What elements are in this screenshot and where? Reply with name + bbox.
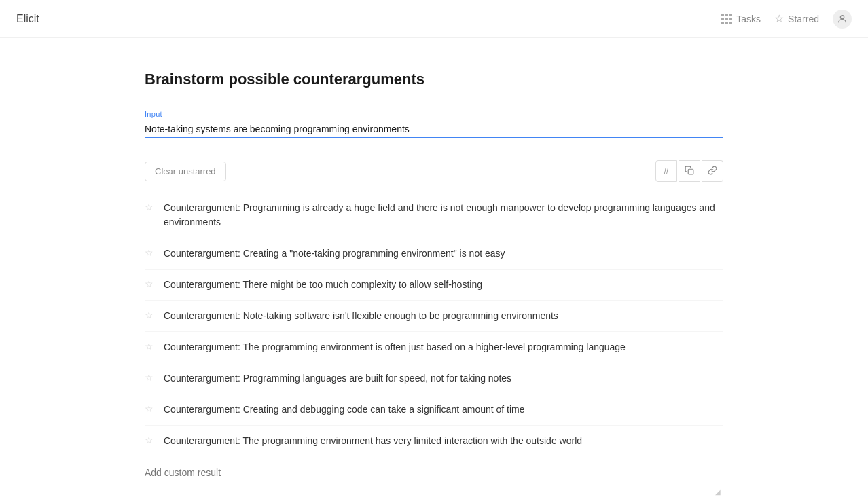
- link-icon: [708, 166, 717, 177]
- custom-result-section: ◢: [145, 462, 723, 499]
- main-content: Brainstorm possible counterarguments Inp…: [128, 38, 740, 499]
- copy-icon: [685, 166, 694, 177]
- page-title: Brainstorm possible counterarguments: [145, 71, 723, 88]
- list-item: ☆ Counterargument: Programming is alread…: [145, 193, 723, 238]
- tasks-label: Tasks: [736, 14, 761, 24]
- star-toggle-icon[interactable]: ☆: [145, 278, 157, 291]
- header-left: Elicit: [16, 13, 39, 25]
- list-item: ☆ Counterargument: The programming envir…: [145, 332, 723, 363]
- star-toggle-icon[interactable]: ☆: [145, 341, 157, 353]
- tasks-grid-icon: [721, 14, 732, 24]
- result-text: Counterargument: Programming languages a…: [164, 371, 511, 386]
- list-item: ☆ Counterargument: The programming envir…: [145, 426, 723, 456]
- svg-point-0: [840, 15, 844, 18]
- star-toggle-icon[interactable]: ☆: [145, 310, 157, 322]
- input-label: Input: [145, 110, 723, 118]
- svg-rect-1: [688, 169, 693, 174]
- result-text: Counterargument: The programming environ…: [164, 340, 626, 354]
- result-text: Counterargument: Note-taking software is…: [164, 309, 558, 323]
- list-item: ☆ Counterargument: Programming languages…: [145, 363, 723, 394]
- custom-result-wrapper: ◢: [145, 467, 723, 496]
- header: Elicit Tasks ☆ Starred: [0, 0, 868, 38]
- star-icon: ☆: [774, 12, 784, 25]
- tasks-nav-item[interactable]: Tasks: [721, 14, 761, 24]
- starred-nav-item[interactable]: ☆ Starred: [774, 12, 819, 25]
- star-toggle-icon[interactable]: ☆: [145, 247, 157, 259]
- resize-handle: ◢: [715, 488, 723, 496]
- results-list: ☆ Counterargument: Programming is alread…: [145, 193, 723, 456]
- link-icon-button[interactable]: [702, 160, 723, 182]
- header-right: Tasks ☆ Starred: [721, 10, 852, 29]
- list-item: ☆ Counterargument: There might be too mu…: [145, 270, 723, 301]
- toolbar-icons: #: [655, 160, 723, 182]
- list-item: ☆ Counterargument: Creating and debuggin…: [145, 394, 723, 426]
- hash-icon: #: [664, 166, 669, 177]
- result-text: Counterargument: The programming environ…: [164, 434, 582, 448]
- input-field[interactable]: [145, 121, 723, 138]
- copy-icon-button[interactable]: [679, 160, 700, 182]
- list-item: ☆ Counterargument: Note-taking software …: [145, 301, 723, 332]
- result-text: Counterargument: Creating a "note-taking…: [164, 246, 505, 261]
- list-item: ☆ Counterargument: Creating a "note-taki…: [145, 238, 723, 270]
- star-toggle-icon[interactable]: ☆: [145, 435, 157, 447]
- star-toggle-icon[interactable]: ☆: [145, 202, 157, 214]
- clear-unstarred-button[interactable]: Clear unstarred: [145, 162, 226, 181]
- result-text: Counterargument: Programming is already …: [164, 201, 723, 229]
- star-toggle-icon[interactable]: ☆: [145, 372, 157, 384]
- toolbar: Clear unstarred #: [145, 160, 723, 182]
- result-text: Counterargument: Creating and debugging …: [164, 403, 525, 417]
- user-avatar[interactable]: [833, 10, 852, 29]
- custom-result-input[interactable]: [145, 467, 723, 494]
- input-section: Input: [145, 110, 723, 138]
- result-text: Counterargument: There might be too much…: [164, 278, 482, 292]
- starred-label: Starred: [788, 14, 819, 24]
- logo[interactable]: Elicit: [16, 13, 39, 25]
- hash-icon-button[interactable]: #: [655, 160, 677, 182]
- star-toggle-icon[interactable]: ☆: [145, 403, 157, 415]
